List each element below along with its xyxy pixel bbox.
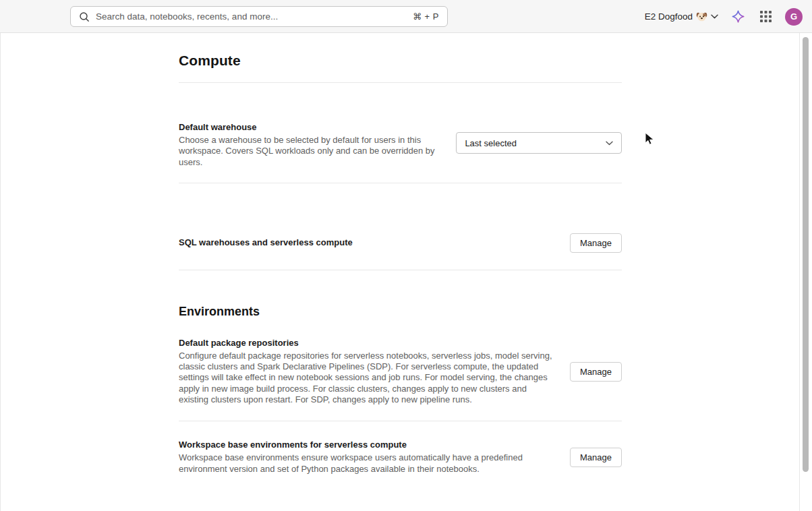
- environments-section-heading: Environments: [179, 304, 622, 319]
- dog-emoji-icon: [696, 11, 707, 22]
- search-placeholder: Search data, notebooks, recents, and mor…: [96, 11, 413, 22]
- default-warehouse-title: Default warehouse: [179, 122, 456, 133]
- workspace-base-environments-description: Workspace base environments ensure works…: [179, 452, 554, 475]
- search-icon: [79, 11, 90, 22]
- default-package-repositories-row: Default package repositories Configure d…: [179, 338, 622, 405]
- search-input[interactable]: Search data, notebooks, recents, and mor…: [70, 6, 448, 27]
- divider: [179, 270, 622, 270]
- default-warehouse-select[interactable]: Last selected: [456, 132, 622, 154]
- sql-warehouses-title: SQL warehouses and serverless compute: [179, 237, 353, 248]
- manage-base-environments-button[interactable]: Manage: [570, 448, 622, 467]
- vertical-scrollbar[interactable]: [803, 37, 809, 472]
- default-package-repositories-title: Default package repositories: [179, 338, 554, 349]
- default-package-repositories-description: Configure default package repositories f…: [179, 351, 554, 405]
- chevron-down-icon: [606, 141, 613, 146]
- manage-package-repositories-button[interactable]: Manage: [570, 362, 622, 382]
- divider: [179, 183, 622, 183]
- manage-sql-warehouses-button[interactable]: Manage: [570, 233, 622, 253]
- settings-content-panel: Compute Default warehouse Choose a wareh…: [0, 33, 800, 511]
- default-warehouse-row: Default warehouse Choose a warehouse to …: [179, 122, 622, 168]
- divider: [179, 82, 622, 83]
- chevron-down-icon: [711, 14, 718, 19]
- avatar[interactable]: G: [785, 8, 803, 26]
- workspace-switcher[interactable]: E2 Dogfood: [645, 11, 718, 22]
- search-shortcut-hint: ⌘ + P: [413, 11, 439, 22]
- workspace-base-environments-title: Workspace base environments for serverle…: [179, 440, 554, 450]
- sql-warehouses-row: SQL warehouses and serverless compute Ma…: [179, 233, 622, 253]
- topbar: Search data, notebooks, recents, and mor…: [0, 0, 812, 33]
- grid-icon: [759, 10, 772, 23]
- default-warehouse-description: Choose a warehouse to be selected by def…: [179, 135, 456, 168]
- default-warehouse-selected-value: Last selected: [465, 138, 517, 148]
- workspace-base-environments-row: Workspace base environments for serverle…: [179, 440, 622, 475]
- divider: [179, 421, 622, 421]
- assistant-button[interactable]: [730, 9, 746, 25]
- app-switcher-button[interactable]: [757, 9, 774, 25]
- workspace-name: E2 Dogfood: [645, 11, 693, 22]
- topbar-right: E2 Dogfood: [645, 0, 803, 33]
- page-title: Compute: [179, 53, 622, 69]
- sparkle-icon: [731, 9, 745, 24]
